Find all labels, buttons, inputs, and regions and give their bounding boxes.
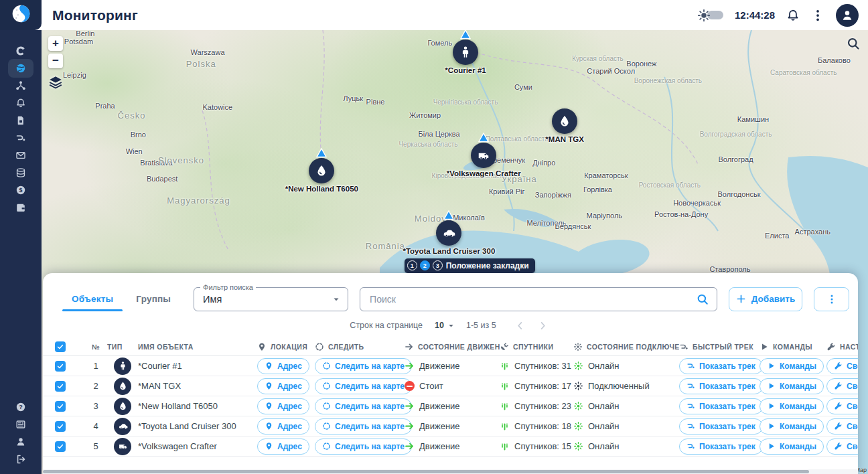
layers-icon[interactable] — [48, 75, 63, 90]
object-type-badge — [114, 418, 131, 435]
settings-button[interactable]: Свой — [826, 418, 858, 434]
settings-button[interactable]: Свой — [826, 378, 858, 394]
sidebar-item-route[interactable] — [0, 129, 42, 146]
follow-on-map-button[interactable]: Следить на карте — [315, 378, 412, 394]
plug-icon — [573, 441, 583, 451]
sidebar-bottom-group: ? — [0, 398, 42, 467]
column-header-settings: НАСТРО — [826, 342, 858, 351]
show-track-button[interactable]: Показать трек — [679, 358, 763, 374]
map-marker[interactable]: *Courier #1 — [453, 40, 478, 65]
sidebar-item-donut-chart[interactable] — [0, 42, 42, 59]
commands-button[interactable]: Команды — [760, 358, 824, 374]
add-button[interactable]: Добавить — [729, 287, 802, 311]
panel-tabs: Объекты Группы — [60, 287, 182, 311]
satellites-label: Спутников: 31 — [514, 361, 571, 371]
tab-objects[interactable]: Объекты — [60, 287, 125, 311]
sidebar-item-logout[interactable] — [0, 451, 42, 467]
commands-button[interactable]: Команды — [760, 398, 824, 414]
rows-per-page-label: Строк на странице — [350, 321, 423, 330]
direction-arrow-icon — [460, 29, 472, 40]
next-page-button[interactable] — [535, 317, 551, 333]
show-track-button[interactable]: Показать трек — [679, 418, 763, 434]
bookmark-badge[interactable]: 3 — [433, 260, 443, 270]
sidebar-item-wallet[interactable] — [0, 199, 42, 216]
sidebar-item-dollar-coin[interactable]: $ — [0, 181, 42, 198]
row-checkbox[interactable] — [55, 401, 66, 412]
sidebar-item-bell-outline[interactable] — [0, 94, 42, 111]
page-title: Мониторинг — [52, 7, 138, 23]
search-input[interactable] — [370, 294, 697, 305]
marker-circle[interactable] — [471, 143, 496, 168]
sidebar-item-envelope[interactable] — [0, 147, 42, 163]
sidebar-item-news[interactable] — [0, 416, 42, 432]
row-checkbox[interactable] — [55, 421, 66, 432]
settings-button[interactable]: Свой — [826, 439, 858, 455]
commands-button-label: Команды — [780, 422, 816, 431]
marker-label: *New Holland T6050 — [285, 185, 358, 193]
connection-label: Онлайн — [588, 361, 620, 371]
map-marker[interactable]: *Toyota Land Cruiser 300 — [436, 220, 461, 246]
sidebar-item-share-nodes[interactable] — [0, 77, 42, 94]
direction-arrow-icon — [316, 148, 328, 158]
map-marker[interactable]: *MAN TGX — [552, 108, 577, 134]
more-actions-button[interactable] — [814, 287, 849, 311]
zoom-in-button[interactable]: + — [48, 36, 63, 51]
settings-button[interactable]: Свой — [826, 358, 858, 374]
marker-circle[interactable] — [309, 158, 334, 183]
map-marker[interactable]: *Volkswagen Crafter — [471, 143, 496, 168]
satellites-label: Спутников: 15 — [514, 441, 571, 451]
satellites-label: Спутников: 17 — [514, 381, 571, 391]
marker-circle[interactable] — [453, 40, 478, 65]
commands-button[interactable]: Команды — [760, 439, 824, 455]
bookmark-badge[interactable]: 1 — [407, 260, 417, 270]
follow-on-map-button[interactable]: Следить на карте — [315, 418, 412, 434]
follow-on-map-button[interactable]: Следить на карте — [315, 439, 412, 455]
bookmark-badge[interactable]: 2 — [420, 260, 430, 270]
theme-toggle[interactable] — [697, 9, 723, 22]
address-button[interactable]: Адрес — [257, 398, 309, 414]
settings-button-label: Свой — [847, 382, 858, 391]
bell-icon[interactable] — [786, 9, 800, 22]
signal-icon — [500, 361, 510, 371]
row-checkbox[interactable] — [55, 441, 66, 452]
map-marker[interactable]: *New Holland T6050 — [309, 158, 334, 183]
follow-on-map-button[interactable]: Следить на карте — [315, 398, 412, 414]
show-track-button[interactable]: Показать трек — [679, 439, 763, 455]
sidebar-item-sim-card[interactable] — [0, 112, 42, 129]
previous-page-button[interactable] — [512, 317, 528, 333]
search-icon[interactable] — [697, 293, 709, 305]
follow-on-map-button[interactable]: Следить на карте — [315, 358, 412, 374]
sidebar-item-globe[interactable] — [0, 60, 42, 76]
address-button[interactable]: Адрес — [257, 358, 309, 374]
select-all-checkbox[interactable] — [55, 341, 66, 352]
row-checkbox[interactable] — [55, 361, 66, 372]
connection-state: Онлайн — [573, 361, 679, 371]
rows-per-page-select[interactable]: 10 — [435, 321, 455, 330]
search-filter-select[interactable]: Фильтр поиска Имя — [194, 287, 348, 311]
play-icon — [767, 442, 776, 451]
column-header-movement: СОСТОЯНИЕ ДВИЖЕНИЯ — [405, 342, 500, 351]
follow-on-map-button-label: Следить на карте — [335, 382, 405, 391]
address-button[interactable]: Адрес — [257, 378, 309, 394]
app-logo[interactable] — [0, 0, 42, 30]
connection-label: Онлайн — [588, 421, 620, 431]
kebab-menu-icon[interactable] — [811, 9, 824, 22]
address-button[interactable]: Адрес — [257, 418, 309, 434]
marker-circle[interactable] — [436, 220, 461, 246]
user-avatar-icon[interactable] — [836, 4, 859, 27]
horizontal-scrollbar[interactable] — [43, 470, 809, 473]
show-track-button[interactable]: Показать трек — [679, 378, 763, 394]
zoom-out-button[interactable]: − — [48, 54, 63, 68]
row-checkbox[interactable] — [55, 381, 66, 392]
sidebar-item-help[interactable]: ? — [0, 398, 42, 415]
sidebar-item-user[interactable] — [0, 433, 42, 450]
sidebar-item-database[interactable] — [0, 164, 42, 181]
show-track-button[interactable]: Показать трек — [679, 398, 763, 414]
commands-button[interactable]: Команды — [760, 378, 824, 394]
settings-button[interactable]: Свой — [826, 398, 858, 414]
commands-button[interactable]: Команды — [760, 418, 824, 434]
address-button[interactable]: Адрес — [257, 439, 309, 455]
map-search-icon[interactable] — [847, 37, 860, 50]
marker-circle[interactable] — [552, 108, 577, 134]
tab-groups[interactable]: Группы — [125, 287, 182, 311]
